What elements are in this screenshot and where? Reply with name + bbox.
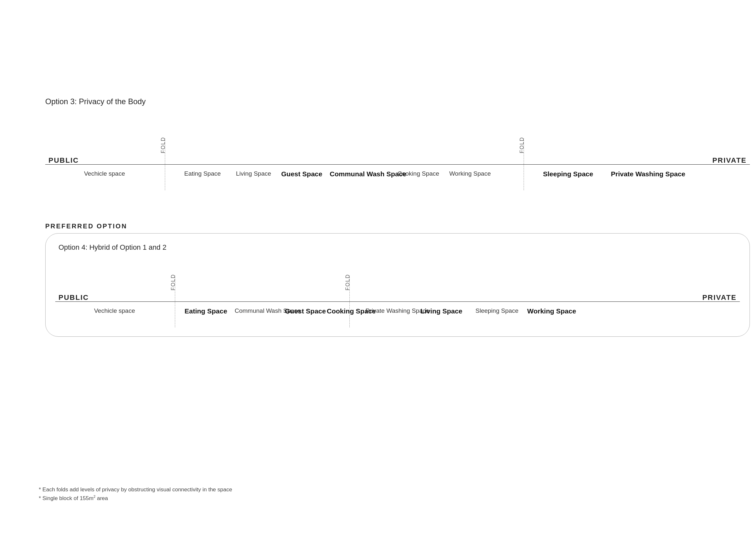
option4-public-label: PUBLIC [59,294,89,302]
opt3-vehicle-label: Vechicle space [84,170,125,177]
option3-title: Option 3: Privacy of the Body [45,97,730,106]
option4-fold2-label: FOLD [345,274,351,291]
preferred-box: Option 4: Hybrid of Option 1 and 2 PUBLI… [45,233,750,337]
option3-public-label: PUBLIC [48,156,79,165]
option4-baseline [55,301,740,302]
preferred-label: PREFERRED OPTION [45,223,730,230]
opt3-guest-label: Guest Space [281,170,322,178]
opt4-sleeping-label: Sleeping Space [475,307,519,314]
opt4-vehicle-label: Vechicle space [94,307,135,314]
opt3-private-wash-label: Private Washing Space [611,170,685,178]
preferred-section: PREFERRED OPTION Option 4: Hybrid of Opt… [45,223,730,337]
option4-fold1-label: FOLD [170,274,176,291]
opt3-living-label: Living Space [236,170,271,177]
option3-private-label: PRIVATE [712,156,747,165]
option3-diagram: PUBLIC PRIVATE FOLD FOLD Vechicle space … [45,119,750,203]
opt3-working-label: Working Space [449,170,491,177]
opt4-guest-label: Guest Space [285,307,326,315]
option4-diagram: PUBLIC PRIVATE FOLD FOLD Vechicle space … [55,256,740,334]
opt4-working-label: Working Space [527,307,576,315]
option4-private-label: PRIVATE [702,294,737,302]
opt4-eating-label: Eating Space [185,307,227,315]
option3-baseline [45,164,750,165]
opt3-communal-wash-label: Communal Wash Space [330,170,406,178]
opt3-cooking-label: Cooking Space [397,170,439,177]
footnotes: * Each folds add levels of privacy by ob… [39,485,232,503]
opt3-sleeping-label: Sleeping Space [543,170,593,178]
option4-title: Option 4: Hybrid of Option 1 and 2 [59,243,740,252]
option3-fold1-label: FOLD [160,137,166,153]
page: Option 3: Privacy of the Body PUBLIC PRI… [0,0,756,535]
footnote-1: * Each folds add levels of privacy by ob… [39,485,232,494]
opt3-eating-label: Eating Space [184,170,221,177]
option3-fold2-label: FOLD [519,137,525,153]
opt4-living-label: Living Space [420,307,463,315]
footnote-2: * Single block of 155m2 area [39,494,232,503]
opt4-private-wash-label: Private Washing Space [365,307,429,314]
